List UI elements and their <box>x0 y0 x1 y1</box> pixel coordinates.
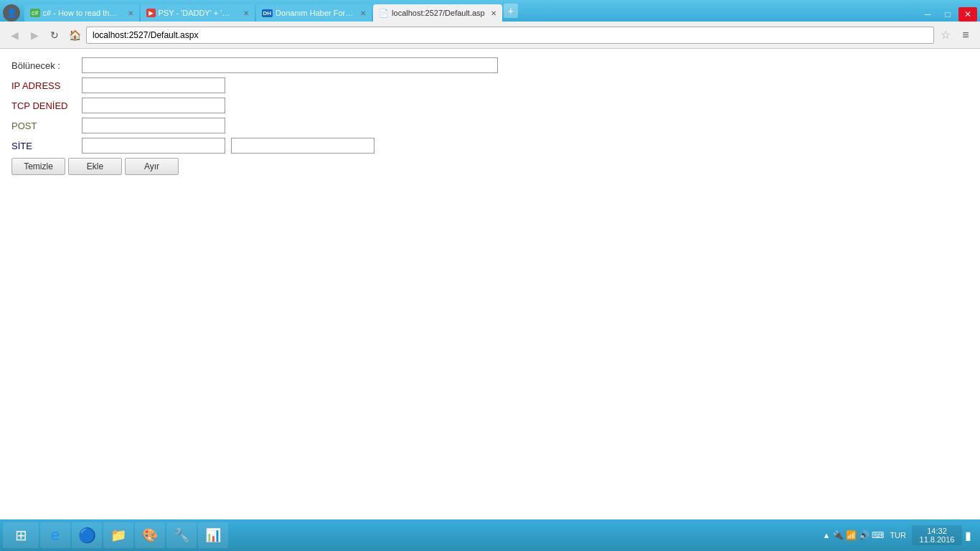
chrome-icon: 🔵 <box>78 527 96 544</box>
system-tray: ▲ 🔌 📶 🔊 ⌨ TUR 14:32 11.8.2016 ▮ <box>817 525 978 545</box>
taskbar-chrome-icon[interactable]: 🔵 <box>72 522 102 548</box>
folder-icon: 📁 <box>110 527 126 543</box>
home-button[interactable]: 🏠 <box>66 27 83 44</box>
start-button[interactable]: ⊞ <box>3 522 39 548</box>
back-button[interactable]: ◀ <box>6 27 23 44</box>
language-indicator[interactable]: TUR <box>890 531 906 540</box>
tab-localhost[interactable]: 📄 localhost:2527/Default.asp ✕ <box>373 4 502 22</box>
minimize-button[interactable]: ─ <box>918 7 937 22</box>
tab-csharp-label: c# - How to read the nex <box>43 9 122 17</box>
tab-csharp-close[interactable]: ✕ <box>128 9 133 17</box>
show-desktop-button[interactable]: ▮ <box>965 529 971 542</box>
ip-input[interactable] <box>82 77 225 93</box>
forward-button[interactable]: ▶ <box>26 27 43 44</box>
bolunecek-label: Bölünecek : <box>11 60 76 71</box>
window-controls: ─ □ ✕ <box>918 7 977 22</box>
ip-row: IP ADRESS <box>11 77 969 93</box>
ayir-button[interactable]: Ayır <box>125 158 179 175</box>
tab-psy-icon: ▶ <box>146 9 156 17</box>
taskbar-chart-icon[interactable]: 📊 <box>198 522 228 548</box>
ie-icon: e <box>51 526 60 545</box>
site-label: SİTE <box>11 141 76 151</box>
chart-icon: 📊 <box>205 527 221 543</box>
profile-icon[interactable]: 👤 <box>3 4 20 22</box>
post-input[interactable] <box>82 118 225 133</box>
tray-icons: 🔌 📶 🔊 ⌨ <box>833 530 884 540</box>
ip-label: IP ADRESS <box>11 80 76 91</box>
tab-localhost-label: localhost:2527/Default.asp <box>392 9 485 17</box>
site-input-2[interactable] <box>231 138 374 154</box>
tray-arrow[interactable]: ▲ <box>823 531 831 540</box>
tab-dh-icon: DH <box>262 9 273 17</box>
clock-area[interactable]: 14:32 11.8.2016 <box>912 525 962 545</box>
button-row: Temizle Ekle Ayır <box>11 158 969 175</box>
tab-csharp-icon: c# <box>30 9 40 17</box>
tcp-label: TCP DENİED <box>11 100 76 111</box>
temizle-button[interactable]: Temizle <box>11 158 65 175</box>
address-bar[interactable] <box>86 27 934 44</box>
taskbar-folder-icon[interactable]: 📁 <box>103 522 133 548</box>
taskbar: ⊞ e 🔵 📁 🎨 🔧 📊 ▲ 🔌 📶 🔊 ⌨ <box>0 519 980 551</box>
tcp-input[interactable] <box>82 98 225 113</box>
post-label: POST <box>11 121 76 131</box>
tcp-row: TCP DENİED <box>11 98 969 113</box>
tab-localhost-icon: 📄 <box>379 9 389 18</box>
nav-bar: ◀ ▶ ↻ 🏠 ☆ ≡ <box>0 22 980 49</box>
site-row: SİTE <box>11 138 969 154</box>
tray-icon-3: 🔊 <box>859 530 870 540</box>
tab-csharp[interactable]: c# c# - How to read the nex ✕ <box>24 4 139 22</box>
refresh-button[interactable]: ↻ <box>46 27 63 44</box>
vs-icon: 🎨 <box>142 527 158 543</box>
tab-localhost-close[interactable]: ✕ <box>491 9 496 17</box>
bookmark-button[interactable]: ☆ <box>937 27 954 44</box>
taskbar-ie-icon[interactable]: e <box>40 522 70 548</box>
tray-icon-4: ⌨ <box>872 530 884 540</box>
page-content: Bölünecek : IP ADRESS TCP DENİED POST Sİ… <box>0 49 980 519</box>
tab-dh-close[interactable]: ✕ <box>360 9 366 17</box>
post-row: POST <box>11 118 969 133</box>
taskbar-vs-icon[interactable]: 🎨 <box>135 522 165 548</box>
tools-icon: 🔧 <box>174 527 189 543</box>
taskbar-tools-icon[interactable]: 🔧 <box>166 522 197 548</box>
bolunecek-row: Bölünecek : <box>11 57 969 73</box>
close-button[interactable]: ✕ <box>958 7 977 22</box>
tab-psy[interactable]: ▶ PSY - 'DADDY' + '나를 ... ✕ <box>141 4 255 22</box>
tab-dh-label: Donanım Haber Forum <box>275 9 354 17</box>
tray-icon-1: 🔌 <box>833 530 844 540</box>
new-tab-button[interactable]: + <box>504 4 518 18</box>
tray-icon-2: 📶 <box>846 530 857 540</box>
clock-date: 11.8.2016 <box>916 535 958 544</box>
ekle-button[interactable]: Ekle <box>68 158 122 175</box>
site-input-1[interactable] <box>82 138 225 154</box>
menu-button[interactable]: ≡ <box>957 27 974 44</box>
tab-bar: 👤 c# c# - How to read the nex ✕ ▶ PSY - … <box>0 0 980 22</box>
tab-psy-label: PSY - 'DADDY' + '나를 ... <box>159 8 237 19</box>
clock-time: 14:32 <box>916 527 958 535</box>
bolunecek-input[interactable] <box>82 57 498 73</box>
tab-dh[interactable]: DH Donanım Haber Forum ✕ <box>256 4 372 22</box>
maximize-button[interactable]: □ <box>938 7 957 22</box>
tab-psy-close[interactable]: ✕ <box>243 9 249 17</box>
